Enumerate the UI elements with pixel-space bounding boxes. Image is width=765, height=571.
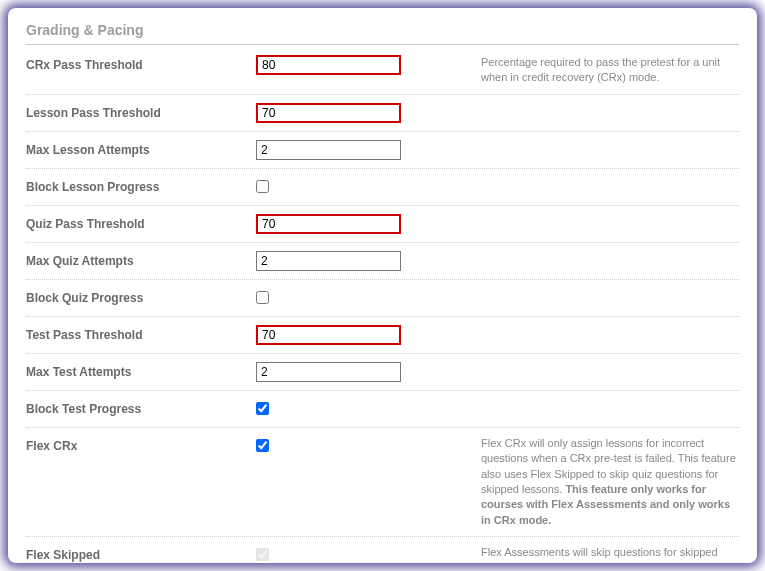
section-title: Grading & Pacing bbox=[26, 22, 739, 45]
label-max-quiz-attempts: Max Quiz Attempts bbox=[26, 251, 256, 268]
help-flex-skipped: Flex Assessments will skip questions for… bbox=[471, 545, 739, 563]
row-flex-crx: Flex CRx Flex CRx will only assign lesso… bbox=[26, 428, 739, 537]
label-block-lesson-progress: Block Lesson Progress bbox=[26, 177, 256, 194]
checkbox-flex-skipped bbox=[256, 548, 269, 561]
row-max-test-attempts: Max Test Attempts bbox=[26, 354, 739, 391]
label-flex-skipped: Flex Skipped bbox=[26, 545, 256, 562]
row-block-test-progress: Block Test Progress bbox=[26, 391, 739, 428]
checkbox-block-quiz-progress[interactable] bbox=[256, 291, 269, 304]
row-block-quiz-progress: Block Quiz Progress bbox=[26, 280, 739, 317]
grading-pacing-panel: Grading & Pacing CRx Pass Threshold Perc… bbox=[8, 8, 757, 563]
row-flex-skipped: Flex Skipped Flex Assessments will skip … bbox=[26, 537, 739, 563]
label-test-pass-threshold: Test Pass Threshold bbox=[26, 325, 256, 342]
checkbox-block-test-progress[interactable] bbox=[256, 402, 269, 415]
input-lesson-pass-threshold[interactable] bbox=[256, 103, 401, 123]
label-crx-pass-threshold: CRx Pass Threshold bbox=[26, 55, 256, 72]
row-max-lesson-attempts: Max Lesson Attempts bbox=[26, 132, 739, 169]
label-max-lesson-attempts: Max Lesson Attempts bbox=[26, 140, 256, 157]
label-quiz-pass-threshold: Quiz Pass Threshold bbox=[26, 214, 256, 231]
row-max-quiz-attempts: Max Quiz Attempts bbox=[26, 243, 739, 280]
row-block-lesson-progress: Block Lesson Progress bbox=[26, 169, 739, 206]
label-max-test-attempts: Max Test Attempts bbox=[26, 362, 256, 379]
checkbox-block-lesson-progress[interactable] bbox=[256, 180, 269, 193]
input-crx-pass-threshold[interactable] bbox=[256, 55, 401, 75]
input-quiz-pass-threshold[interactable] bbox=[256, 214, 401, 234]
row-crx-pass-threshold: CRx Pass Threshold Percentage required t… bbox=[26, 47, 739, 95]
label-block-quiz-progress: Block Quiz Progress bbox=[26, 288, 256, 305]
row-test-pass-threshold: Test Pass Threshold bbox=[26, 317, 739, 354]
row-quiz-pass-threshold: Quiz Pass Threshold bbox=[26, 206, 739, 243]
help-crx-pass-threshold: Percentage required to pass the pretest … bbox=[471, 55, 739, 86]
input-max-lesson-attempts[interactable] bbox=[256, 140, 401, 160]
input-max-test-attempts[interactable] bbox=[256, 362, 401, 382]
input-test-pass-threshold[interactable] bbox=[256, 325, 401, 345]
row-lesson-pass-threshold: Lesson Pass Threshold bbox=[26, 95, 739, 132]
help-flex-crx: Flex CRx will only assign lessons for in… bbox=[471, 436, 739, 528]
label-flex-crx: Flex CRx bbox=[26, 436, 256, 453]
input-max-quiz-attempts[interactable] bbox=[256, 251, 401, 271]
help-flex-skipped-bold: This feature only works for courses with… bbox=[481, 562, 732, 563]
label-block-test-progress: Block Test Progress bbox=[26, 399, 256, 416]
label-lesson-pass-threshold: Lesson Pass Threshold bbox=[26, 103, 256, 120]
checkbox-flex-crx[interactable] bbox=[256, 439, 269, 452]
help-flex-skipped-text: Flex Assessments will skip questions for… bbox=[481, 546, 718, 563]
